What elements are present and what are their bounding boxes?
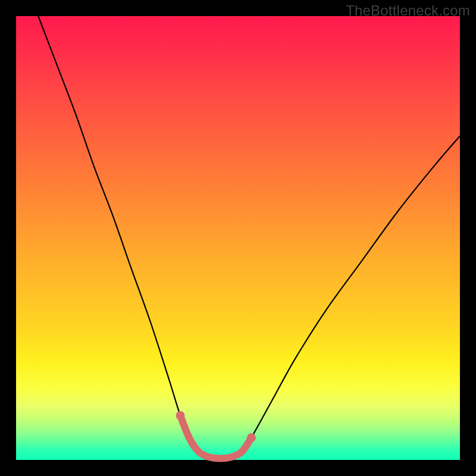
plot-area xyxy=(16,16,460,460)
curve-path xyxy=(38,16,460,458)
bottleneck-curve xyxy=(16,16,460,460)
accent-curve-path xyxy=(180,415,251,458)
accent-endpoint-dot xyxy=(176,411,185,420)
accent-endpoint-dot xyxy=(247,433,256,442)
chart-frame: TheBottleneck.com xyxy=(0,0,476,476)
